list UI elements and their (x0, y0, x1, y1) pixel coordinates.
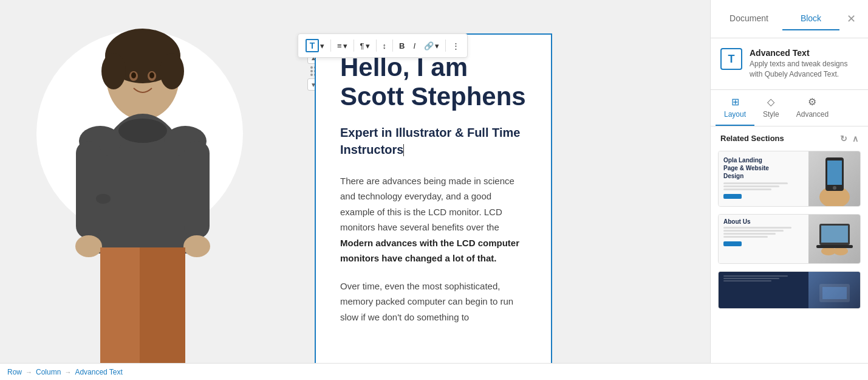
paragraph-button[interactable]: ¶ ▾ (357, 39, 374, 53)
paragraph-2: Over time, even the most sophisticated, … (340, 278, 527, 325)
svg-point-2 (101, 53, 126, 89)
svg-rect-18 (100, 247, 140, 363)
style-icon: ◇ (767, 96, 774, 108)
svg-point-16 (183, 235, 210, 257)
divider5 (445, 40, 446, 52)
svg-rect-24 (827, 161, 842, 185)
sidebar: Document Block ✕ T Advanced Text Apply t… (710, 0, 868, 363)
card2-placeholder (808, 215, 860, 263)
block-tab[interactable]: Block (782, 7, 839, 30)
tab-layout[interactable]: ⊞ Layout (716, 90, 754, 126)
card3-lines (723, 275, 804, 282)
tab-style[interactable]: ◇ Style (754, 90, 788, 126)
breadcrumb-row[interactable]: Row (7, 368, 22, 376)
card3-placeholder (808, 272, 860, 308)
divider3 (376, 40, 377, 52)
card2-lines (723, 227, 804, 238)
editor-area: ▲ ▼ T ▾ ≡ ▾ ¶ ▾ ↕ B (0, 0, 710, 363)
card1-button (723, 194, 742, 199)
cursor (403, 144, 404, 156)
collapse-icon[interactable]: ∧ (852, 134, 858, 143)
svg-rect-30 (816, 245, 853, 248)
divider4 (392, 40, 393, 52)
dropdown-arrow: ▾ (320, 41, 324, 50)
svg-point-15 (75, 235, 102, 257)
advanced-icon: ⚙ (808, 96, 816, 108)
panel-tabs: ⊞ Layout ◇ Style ⚙ Advanced (711, 90, 868, 126)
block-description: Apply texts and tweak designs with Qubel… (750, 59, 858, 80)
card3-image (808, 272, 860, 308)
svg-point-6 (131, 72, 136, 78)
card1-placeholder (808, 151, 860, 206)
divider2 (354, 40, 354, 52)
text-icon: T (306, 39, 319, 52)
card1-image (808, 151, 860, 206)
divider (330, 40, 331, 52)
card1-left: Opla LandingPage & WebsiteDesign (719, 151, 808, 206)
svg-point-29 (833, 247, 848, 255)
text-toolbar: T ▾ ≡ ▾ ¶ ▾ ↕ B I 🔗 ▾ ⋮ (298, 33, 558, 58)
bold-button[interactable]: B (395, 39, 408, 53)
block-icon: T (720, 48, 742, 70)
refresh-icon[interactable]: ↻ (840, 134, 847, 143)
align-button[interactable]: ≡ ▾ (333, 39, 351, 53)
svg-rect-13 (76, 141, 101, 238)
card1-title: Opla LandingPage & WebsiteDesign (723, 156, 804, 180)
block-title: Advanced Text (750, 48, 858, 58)
related-card-3[interactable] (718, 271, 861, 309)
svg-point-7 (149, 72, 154, 78)
breadcrumb: Row → Column → Advanced Text (0, 363, 868, 380)
advanced-label: Advanced (796, 110, 829, 119)
card2-title: About Us (723, 218, 804, 225)
svg-rect-32 (822, 287, 847, 299)
layout-icon: ⊞ (731, 96, 739, 108)
breadcrumb-column[interactable]: Column (36, 368, 61, 376)
svg-point-3 (160, 53, 184, 89)
person-illustration (49, 10, 237, 363)
svg-rect-14 (184, 141, 210, 238)
breadcrumb-advanced-text[interactable]: Advanced Text (75, 368, 123, 376)
close-button[interactable]: ✕ (844, 12, 858, 26)
italic-button[interactable]: I (409, 39, 419, 53)
card1-lines (723, 182, 804, 190)
main-heading: Hello, I am Scott Stephens (340, 53, 527, 112)
sep1: → (26, 368, 32, 376)
sidebar-scroll-area[interactable]: Related Sections ↻ ∧ Opla LandingPage & … (711, 126, 868, 363)
layout-label: Layout (724, 110, 746, 119)
card2-image (808, 215, 860, 263)
sidebar-header-tabs: Document Block ✕ (711, 0, 868, 38)
block-info: T Advanced Text Apply texts and tweak de… (711, 38, 868, 90)
card2-button (723, 241, 742, 246)
svg-rect-27 (821, 226, 848, 243)
paragraph1-normal: There are advances being made in science… (340, 176, 514, 233)
related-sections-title: Related Sections (720, 134, 784, 143)
style-label: Style (763, 110, 779, 119)
text-type-button[interactable]: T ▾ (302, 36, 328, 55)
card2-left: About Us (719, 215, 808, 263)
main-area: ▲ ▼ T ▾ ≡ ▾ ¶ ▾ ↕ B (0, 0, 868, 363)
related-sections-icons: ↻ ∧ (840, 134, 858, 143)
svg-point-20 (118, 119, 167, 143)
line-height-button[interactable]: ↕ (379, 39, 391, 53)
tab-advanced[interactable]: ⚙ Advanced (788, 90, 837, 126)
related-sections-header: Related Sections ↻ ∧ (711, 126, 868, 151)
related-card-2[interactable]: About Us (718, 214, 861, 264)
sub-heading: Expert in Illustrator & Full Time Instru… (340, 124, 527, 158)
more-options-button[interactable]: ⋮ (448, 39, 463, 53)
related-card-1[interactable]: Opla LandingPage & WebsiteDesign (718, 151, 861, 207)
svg-point-25 (833, 186, 836, 190)
link-button[interactable]: 🔗 ▾ (420, 39, 443, 53)
paragraph-1: There are advances being made in science… (340, 173, 527, 266)
sep2: → (64, 368, 71, 376)
card3-left (719, 272, 808, 308)
content-editor[interactable]: Hello, I am Scott Stephens Expert in Ill… (315, 33, 552, 363)
document-tab[interactable]: Document (720, 7, 777, 30)
svg-point-21 (96, 194, 111, 204)
svg-rect-19 (140, 247, 185, 363)
sub-heading-text: Expert in Illustrator & Full Time Instru… (340, 126, 520, 156)
paragraph1-bold: Modern advances with the LCD computer mo… (340, 238, 519, 264)
